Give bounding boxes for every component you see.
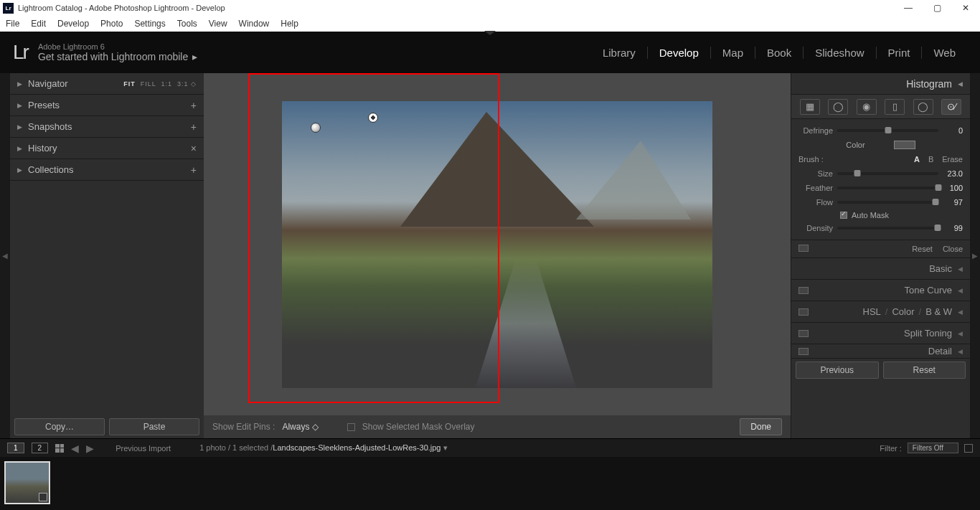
module-slideshow[interactable]: Slideshow — [804, 47, 876, 59]
detail-panel-header[interactable]: Detail◀ — [791, 344, 970, 359]
add-icon[interactable]: + — [191, 121, 197, 133]
split-label: Split Toning — [904, 328, 952, 339]
menu-file[interactable]: File — [6, 19, 19, 29]
left-panel-toggle[interactable]: ◀ — [0, 73, 10, 438]
module-book[interactable]: Book — [755, 47, 804, 59]
brush-tool[interactable]: ⊙⁄ — [941, 99, 961, 115]
presets-header[interactable]: ▶ Presets + — [10, 95, 204, 116]
filter-select[interactable]: Filters Off — [908, 443, 958, 453]
color-tab-label: Color — [892, 306, 914, 317]
menu-tools[interactable]: Tools — [177, 19, 197, 29]
menu-edit[interactable]: Edit — [31, 19, 46, 29]
crop-tool[interactable]: ▦ — [800, 99, 820, 115]
panel-switch[interactable] — [798, 245, 809, 252]
grid-view-icon[interactable] — [55, 444, 64, 453]
menu-help[interactable]: Help — [281, 19, 298, 29]
photo-detail — [476, 259, 576, 388]
reset-button[interactable]: Reset — [883, 362, 966, 379]
tone-curve-header[interactable]: Tone Curve◀ — [791, 280, 970, 301]
size-value[interactable]: 23.0 — [943, 169, 963, 178]
brush-b[interactable]: B — [928, 155, 933, 164]
bw-label: B & W — [925, 306, 952, 317]
automask-checkbox[interactable] — [840, 212, 847, 219]
module-print[interactable]: Print — [877, 47, 923, 59]
mobile-link[interactable]: Get started with Lightroom mobile ▸ — [38, 51, 197, 62]
maximize-button[interactable]: ▢ — [923, 0, 951, 16]
nav-forward-icon[interactable]: ▶ — [86, 443, 94, 454]
module-web[interactable]: Web — [922, 47, 967, 59]
photo-preview[interactable] — [282, 101, 712, 388]
previous-button[interactable]: Previous — [796, 362, 879, 379]
primary-display-badge[interactable]: 1 — [7, 443, 24, 453]
paste-button[interactable]: Paste — [109, 418, 199, 435]
brush-a[interactable]: A — [914, 155, 920, 164]
window-title: Lightroom Catalog - Adobe Photoshop Ligh… — [18, 4, 225, 12]
graduated-filter-tool[interactable]: ▯ — [885, 99, 905, 115]
collections-header[interactable]: ▶ Collections + — [10, 159, 204, 181]
density-value[interactable]: 99 — [943, 224, 963, 232]
brush-reset[interactable]: Reset — [912, 245, 933, 253]
filter-lock-icon[interactable] — [964, 444, 973, 453]
top-panel-toggle[interactable] — [484, 31, 496, 35]
filter-label: Filter : — [880, 444, 902, 453]
flow-slider[interactable] — [837, 201, 938, 204]
image-canvas[interactable] — [204, 73, 791, 415]
panel-switch[interactable] — [798, 287, 809, 294]
secondary-display-badge[interactable]: 2 — [32, 443, 49, 453]
add-icon[interactable]: + — [191, 100, 197, 111]
defringe-slider[interactable] — [837, 129, 938, 132]
copy-button[interactable]: Copy… — [14, 418, 105, 435]
color-label: Color — [846, 141, 864, 149]
density-slider[interactable] — [837, 227, 938, 230]
panel-switch[interactable] — [798, 308, 809, 316]
brush-erase[interactable]: Erase — [942, 155, 963, 164]
edit-pins-mode[interactable]: Always ◇ — [282, 422, 318, 432]
history-header[interactable]: ▶ History × — [10, 138, 204, 159]
radial-filter-tool[interactable]: ◯ — [913, 99, 933, 115]
dropdown-icon[interactable]: ▾ — [443, 443, 448, 452]
panel-switch[interactable] — [798, 348, 809, 355]
adjustment-pin[interactable] — [311, 123, 321, 133]
snapshots-header[interactable]: ▶ Snapshots + — [10, 116, 204, 138]
module-develop[interactable]: Develop — [648, 47, 711, 59]
close-button[interactable]: ✕ — [951, 0, 980, 16]
flow-value[interactable]: 97 — [943, 198, 963, 207]
minimize-button[interactable]: — — [894, 0, 923, 16]
filmstrip[interactable] — [0, 457, 980, 510]
develop-toolbar: Show Edit Pins : Always ◇ Show Selected … — [204, 415, 791, 438]
brush-close[interactable]: Close — [943, 245, 963, 253]
histogram-header[interactable]: Histogram◀ — [791, 73, 970, 95]
nav-back-icon[interactable]: ◀ — [71, 443, 79, 454]
edit-pins-label: Show Edit Pins : — [212, 422, 275, 432]
add-icon[interactable]: + — [191, 164, 197, 176]
menu-develop[interactable]: Develop — [57, 19, 89, 29]
module-map[interactable]: Map — [711, 47, 755, 59]
filmstrip-thumbnail[interactable] — [4, 461, 50, 504]
clear-icon[interactable]: × — [191, 143, 197, 154]
menu-view[interactable]: View — [209, 19, 227, 29]
adjustment-pin-active[interactable] — [368, 113, 378, 123]
color-swatch[interactable] — [894, 141, 915, 149]
redeye-tool[interactable]: ◉ — [857, 99, 877, 115]
basic-panel-header[interactable]: Basic◀ — [791, 258, 970, 280]
size-slider[interactable] — [837, 172, 938, 175]
navigator-zoom-options[interactable]: FIT FILL 1:1 3:1 ◇ — [123, 80, 197, 88]
module-library[interactable]: Library — [591, 47, 648, 59]
defringe-value[interactable]: 0 — [943, 126, 963, 135]
spot-tool[interactable]: ◯ — [828, 99, 848, 115]
done-button[interactable]: Done — [740, 418, 782, 435]
mask-overlay-label: Show Selected Mask Overlay — [362, 422, 475, 432]
left-panel: ▶ Navigator FIT FILL 1:1 3:1 ◇ ▶ Presets… — [10, 73, 204, 438]
right-panel-toggle[interactable]: ▶ — [970, 73, 980, 438]
mask-overlay-checkbox[interactable] — [347, 423, 355, 431]
menu-settings[interactable]: Settings — [134, 19, 165, 29]
source-label[interactable]: Previous Import — [116, 444, 171, 453]
split-toning-header[interactable]: Split Toning◀ — [791, 323, 970, 344]
menu-photo[interactable]: Photo — [100, 19, 123, 29]
navigator-header[interactable]: ▶ Navigator FIT FILL 1:1 3:1 ◇ — [10, 73, 204, 95]
menu-window[interactable]: Window — [239, 19, 270, 29]
panel-switch[interactable] — [798, 330, 809, 337]
hsl-panel-header[interactable]: HSL/Color/B & W◀ — [791, 301, 970, 323]
feather-slider[interactable] — [837, 186, 938, 189]
feather-value[interactable]: 100 — [943, 184, 963, 192]
